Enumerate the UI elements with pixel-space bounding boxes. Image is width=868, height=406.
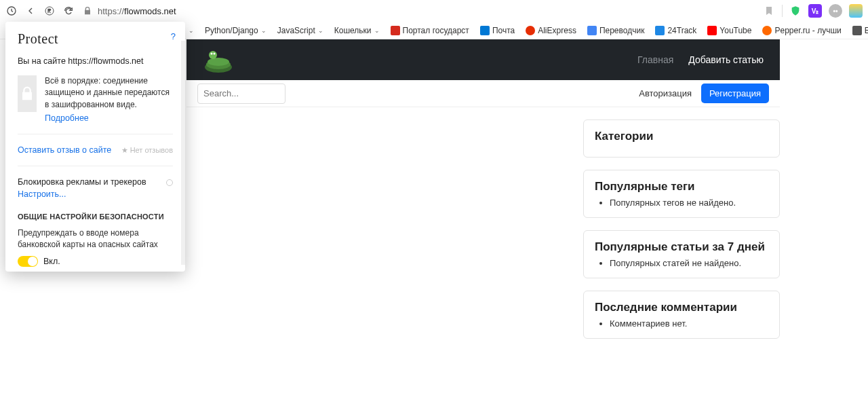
browser-right-icons: V₂ •• [763,4,863,18]
popular-empty: Популярных статей не найдено. [610,258,768,268]
configure-link[interactable]: Настроить... [18,189,66,199]
url-text: https://flowmods.net [98,6,176,16]
block-ads-row: Блокировка рекламы и трекеров [18,177,173,187]
comments-card: Последние комментарии Комментариев нет. [583,291,780,339]
reload-icon[interactable] [62,5,75,17]
tags-title: Популярные теги [595,180,768,193]
bookmark-youtube[interactable]: YouTube [707,26,751,35]
popup-site-line: Вы на сайте https://flowmods.net [18,56,173,66]
yandex-icon[interactable] [43,5,56,17]
site-subbar: Авторизация Регистрация [186,80,780,107]
bookmark-mail[interactable]: Почта [480,26,515,35]
popup-status-text: Всё в порядке: соединение защищено и дан… [45,75,173,111]
shield-icon[interactable] [789,5,802,17]
history-icon[interactable] [5,5,18,17]
site-navbar: Главная Добавить статью [186,39,780,80]
warn-card-toggle[interactable] [18,256,38,267]
bookmark-python[interactable]: Python/Django⌄ [205,26,267,35]
extension-3-icon[interactable] [849,4,863,18]
browser-toolbar: https://flowmods.net V₂ •• [0,0,868,22]
bookmark-aliexpress[interactable]: AliExpress [526,26,576,35]
nav-home[interactable]: Главная [637,54,673,65]
popular-title: Популярные статьи за 7 дней [595,240,768,254]
popup-lock-icon [18,75,37,112]
auth-link[interactable]: Авторизация [639,88,692,98]
toggle-on-label: Вкл. [43,257,60,266]
categories-card: Категории [583,119,780,158]
comments-title: Последние комментарии [595,301,768,314]
address-bar[interactable]: https://flowmods.net [81,5,176,17]
protect-popup: Protect ? Вы на сайте https://flowmods.n… [5,22,185,272]
divider [18,166,173,166]
extension-2-icon[interactable]: •• [829,4,842,18]
tags-empty: Популярных тегов не найдено. [610,198,768,208]
bookmark-24track[interactable]: 24Track [655,26,696,35]
no-reviews-text: ★ Нет отзывов [121,146,173,155]
lock-icon [81,5,94,17]
warn-card-text: Предупреждать о вводе номера банковской … [18,227,173,251]
bookmark-translator[interactable]: Переводчик [587,26,645,35]
bookmark-wallets[interactable]: Кошельки⌄ [334,26,380,35]
bookmark-javascript[interactable]: JavaScript⌄ [277,26,323,35]
block-ads-status-icon [166,179,173,186]
separator [782,5,783,17]
bookmark-courses[interactable]: База Курсов [852,26,868,35]
popup-more-link[interactable]: Подробнее [45,113,89,123]
sidebar-column: Категории Популярные теги Популярных тег… [583,119,780,339]
bookmark-folder-0[interactable]: ⌄ [189,27,194,34]
site-logo-icon[interactable] [203,47,234,73]
comments-empty: Комментариев нет. [610,318,768,329]
security-section-title: ОБЩИЕ НАСТРОЙКИ БЕЗОПАСНОСТИ [18,213,173,221]
svg-point-4 [208,58,229,66]
nav-add-article[interactable]: Добавить статью [688,54,764,65]
extension-1-icon[interactable]: V₂ [808,4,822,18]
register-button[interactable]: Регистрация [701,84,769,103]
back-icon[interactable] [24,5,37,17]
bookmark-portal[interactable]: Портал государст [391,26,469,35]
leave-review-link[interactable]: Оставить отзыв о сайте [18,145,111,155]
tags-card: Популярные теги Популярных тегов не найд… [583,170,780,218]
main-column [186,119,567,339]
svg-point-7 [214,53,216,55]
bookmark-pepper[interactable]: Pepper.ru - лучши [762,26,841,35]
bookmark-icon[interactable] [763,5,775,17]
svg-point-6 [211,53,213,55]
popular-card: Популярные статьи за 7 дней Популярных с… [583,230,780,278]
divider [18,134,173,134]
categories-title: Категории [595,130,768,143]
search-input[interactable] [197,84,285,104]
popup-title: Protect [18,31,173,47]
svg-point-5 [209,51,217,59]
popup-help-icon[interactable]: ? [171,31,176,41]
